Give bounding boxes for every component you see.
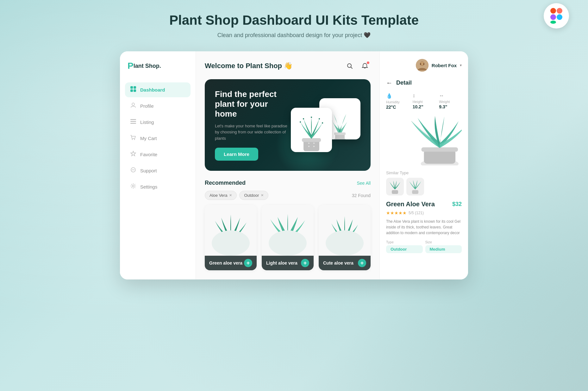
svg-rect-11 (130, 121, 136, 122)
plant-card-cute-aloe-name: Cute aloe vera (323, 260, 353, 266)
sidebar-item-support-label: Support (140, 168, 157, 173)
hero-plant-card-front (291, 108, 332, 152)
svg-point-57 (420, 63, 421, 65)
product-name: Green Aloe Vera (386, 201, 435, 208)
plant-card-light-aloe[interactable]: Light aloe vera + (262, 205, 314, 270)
notification-dot (367, 61, 369, 64)
tag-outdoor-label: Outdoor (244, 193, 259, 198)
svg-rect-0 (550, 8, 556, 14)
tag-aloe-remove[interactable]: ✕ (229, 193, 232, 197)
grid-icon (130, 86, 136, 93)
svg-point-29 (313, 143, 315, 144)
header-actions (344, 60, 371, 72)
notification-button[interactable] (359, 60, 371, 72)
sidebar-item-my-cart[interactable]: My Cart (125, 131, 191, 146)
height-icon: ↕ (413, 93, 435, 99)
sidebar-item-settings[interactable]: Settings (125, 179, 191, 194)
sidebar-item-listing[interactable]: Listing (125, 115, 191, 130)
similar-thumb-1[interactable] (386, 178, 404, 196)
sidebar-item-dashboard[interactable]: Dashboard (125, 82, 191, 97)
svg-point-36 (322, 122, 323, 124)
similar-thumb-2[interactable] (406, 178, 424, 196)
sidebar-item-support[interactable]: Support (125, 163, 191, 178)
svg-point-28 (308, 143, 310, 144)
figma-icon (550, 8, 562, 24)
svg-point-14 (134, 139, 135, 140)
plant-card-light-aloe-bar: Light aloe vera + (262, 256, 314, 270)
svg-point-34 (311, 117, 312, 118)
user-dropdown-arrow[interactable]: ▾ (460, 63, 462, 67)
similar-plant-1-svg (387, 179, 403, 195)
svg-rect-61 (422, 147, 458, 152)
hero-plant-front-svg (292, 114, 330, 152)
learn-more-button[interactable]: Learn More (215, 148, 258, 161)
svg-point-35 (319, 118, 320, 119)
humidity-icon: 💧 (386, 93, 409, 99)
plant-detail-image (386, 115, 462, 165)
page-title: Plant Shop Dashboard UI Kits Template (169, 13, 419, 28)
similar-section: Similar Type (386, 170, 462, 196)
height-label: Height (413, 100, 435, 104)
sidebar-item-favorite[interactable]: Favorite (125, 147, 191, 162)
svg-line-22 (351, 67, 353, 69)
plant-card-cute-aloe-bar: Cute aloe vera + (319, 256, 371, 270)
humidity-value: 22°C (386, 105, 409, 110)
hero-text: Find the perfect plant for your home Let… (215, 89, 291, 161)
svg-rect-2 (550, 14, 556, 20)
svg-rect-10 (130, 119, 136, 120)
product-price: $32 (452, 201, 462, 208)
svg-rect-6 (134, 86, 136, 89)
type-size-row: Type Outdoor Size Medium (386, 240, 462, 253)
svg-point-17 (132, 170, 133, 170)
svg-point-32 (300, 121, 301, 123)
hero-image (291, 98, 360, 152)
filter-tag-aloe-vera[interactable]: Aloe Vera ✕ (205, 191, 237, 200)
svg-point-9 (132, 103, 134, 106)
sidebar-item-my-cart-label: My Cart (140, 136, 157, 141)
type-item: Type Outdoor (386, 240, 423, 253)
svg-rect-4 (550, 21, 556, 24)
plant-card-green-aloe-name: Green aloe vera (209, 260, 242, 266)
humidity-label: Humidity (386, 100, 409, 104)
logo-p: P (128, 61, 134, 71)
found-count: 32 Found (352, 193, 371, 198)
sidebar-item-listing-label: Listing (140, 119, 154, 125)
detail-header: ← Detail (386, 79, 462, 87)
recommended-header: Recommended See All (205, 180, 371, 186)
avatar-svg (416, 59, 428, 72)
right-panel: Robert Fox ▾ ← Detail 💧 Humidity 22°C ↕ … (379, 51, 468, 279)
rating-stars: ★★★★★ (386, 210, 407, 215)
search-button[interactable] (344, 60, 355, 72)
hero-description: Let's make your home feel like paradise … (215, 123, 291, 142)
back-arrow[interactable]: ← (386, 79, 392, 87)
sidebar-item-favorite-label: Favorite (140, 152, 157, 157)
product-name-price: Green Aloe Vera $32 (386, 201, 462, 208)
svg-rect-1 (557, 8, 562, 14)
recommended-title: Recommended (205, 180, 246, 186)
tag-outdoor-remove[interactable]: ✕ (261, 193, 264, 197)
cart-icon (130, 135, 136, 142)
height-value: 10.2" (413, 104, 435, 109)
size-badge: Medium (425, 245, 462, 253)
add-cute-aloe-button[interactable]: + (358, 259, 366, 267)
plant-card-green-aloe[interactable]: Green aloe vera + (205, 205, 257, 270)
welcome-title: Welcome to Plant Shop 👋 (205, 62, 292, 70)
filter-tag-outdoor[interactable]: Outdoor ✕ (239, 191, 268, 200)
similar-plant-2-svg (407, 179, 423, 195)
svg-point-18 (133, 170, 134, 170)
main-content: Welcome to Plant Shop 👋 (196, 51, 379, 279)
svg-point-13 (132, 139, 133, 140)
hero-banner: Find the perfect plant for your home Let… (205, 79, 371, 171)
type-label: Type (386, 240, 423, 244)
sidebar-item-profile[interactable]: Profile (125, 99, 191, 113)
add-green-aloe-button[interactable]: + (244, 259, 252, 267)
plant-card-light-aloe-img (262, 205, 314, 256)
see-all-link[interactable]: See All (357, 181, 371, 186)
add-light-aloe-button[interactable]: + (301, 259, 309, 267)
stats-grid: 💧 Humidity 22°C ↕ Height 10.2" ↔ Weight … (386, 93, 462, 110)
tags-left: Aloe Vera ✕ Outdoor ✕ (205, 191, 268, 200)
plant-card-light-aloe-name: Light aloe vera (266, 260, 297, 266)
svg-rect-7 (130, 89, 133, 92)
rating-text: 5/5 (121) (409, 211, 424, 215)
plant-card-cute-aloe[interactable]: Cute aloe vera + (319, 205, 371, 270)
